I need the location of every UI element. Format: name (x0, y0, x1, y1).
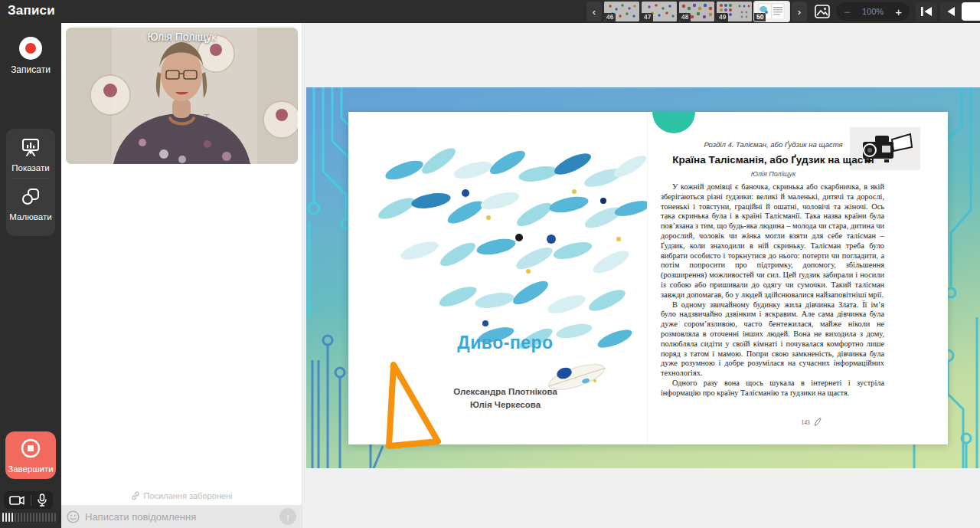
thumbnail-number: 47 (642, 13, 653, 21)
story-author: Юлія Поліщук (651, 170, 896, 178)
tools-panel: Показати Малювати (6, 129, 55, 236)
book-gutter (647, 112, 648, 444)
link-icon (131, 491, 140, 500)
presentation-slide: Диво-перо Олександра Плотнікова Юлія Чер… (306, 87, 980, 468)
links-forbidden-notice: Посилання заборонені (61, 491, 302, 500)
thumbnails-prev-button[interactable]: ‹ (586, 2, 602, 21)
story-title: Країна Талісманія, або Ґудзик на щастя (651, 154, 896, 166)
triangle-left-icon (946, 6, 956, 17)
zoom-in-button[interactable]: + (895, 6, 902, 18)
slide-thumbnail-strip: ‹ 46 47 48 49 (586, 2, 832, 21)
next-slide-button[interactable] (962, 2, 980, 21)
present-button[interactable]: Показати (6, 136, 55, 172)
webcam-video-image: Територія (66, 28, 298, 164)
zoom-level: 100% (862, 7, 884, 16)
slide-thumbnail-48[interactable]: 48 (679, 2, 714, 21)
message-input-bar: ↑ (61, 505, 302, 528)
divider (31, 495, 31, 506)
left-sidebar: Записати Показати Малювати Зав (0, 0, 61, 528)
record-label: Записати (0, 64, 61, 75)
finish-label: Завершити (5, 464, 56, 474)
feather-glyph-icon (813, 418, 822, 427)
slide-thumbnail-49[interactable]: 49 (717, 2, 752, 21)
thumbnail-number: 49 (717, 13, 728, 21)
teal-semicircle-decoration (652, 112, 695, 133)
present-label: Показати (6, 163, 55, 172)
thumbnail-number: 50 (754, 13, 766, 21)
page-number: 143 (801, 419, 809, 426)
story-paragraph: В одному звичайному будинку жила дівчинк… (661, 300, 884, 379)
slide-thumbnail-50-selected[interactable]: 50 (754, 2, 789, 21)
finish-button[interactable]: Завершити (5, 431, 56, 479)
thumbnails-next-button[interactable]: › (792, 2, 807, 21)
book-cover-title: Диво-перо (413, 333, 597, 353)
story-paragraph: У кожній домівці є баночка, скринька або… (661, 182, 884, 300)
orange-triangle-decoration (383, 359, 448, 455)
send-button[interactable]: ↑ (279, 508, 296, 525)
zoom-out-button[interactable]: − (844, 6, 851, 18)
skip-start-icon (920, 6, 933, 17)
webcam-video-tile[interactable]: Територія Юлія Поліщук (66, 28, 298, 164)
presentation-board-icon (20, 136, 41, 158)
feather-collage-image (374, 147, 647, 354)
arrow-up-icon: ↑ (286, 511, 291, 523)
audio-level-meter (2, 513, 56, 522)
shapes-icon (20, 185, 41, 207)
message-input[interactable] (85, 511, 279, 523)
draw-button[interactable]: Малювати (6, 185, 55, 221)
emoji-icon[interactable] (67, 510, 80, 523)
chevron-left-icon: ‹ (593, 6, 596, 18)
stop-icon (20, 438, 41, 459)
page-footer: 143 (766, 418, 858, 427)
previous-slide-button[interactable] (940, 2, 962, 21)
story-text: У кожній домівці є баночка, скринька або… (661, 182, 884, 398)
image-mode-button[interactable] (812, 2, 832, 21)
first-slide-button[interactable] (916, 2, 937, 21)
chat-panel: Територія Юлія Поліщук Посилання заборон… (61, 23, 302, 528)
record-button[interactable]: Записати (0, 37, 61, 75)
divider (13, 179, 48, 179)
thumbnail-number: 48 (679, 13, 691, 21)
story-paragraph: Одного разу вона щось шукала в інтернеті… (661, 379, 884, 398)
record-icon (19, 37, 42, 60)
image-icon (815, 5, 830, 18)
av-controls (4, 491, 53, 509)
slide-thumbnail-46[interactable]: 46 (604, 2, 639, 21)
slide-thumbnail-47[interactable]: 47 (642, 2, 677, 21)
chevron-right-icon: › (798, 6, 801, 18)
camera-toggle-icon[interactable] (9, 494, 24, 507)
thumbnail-number: 46 (604, 13, 616, 21)
book-spread: Диво-перо Олександра Плотнікова Юлія Чер… (348, 112, 948, 444)
speaker-name: Юлія Поліщук (66, 31, 298, 43)
links-forbidden-text: Посилання заборонені (144, 491, 233, 500)
zoom-control: − 100% + (836, 2, 910, 21)
mic-toggle-icon[interactable] (37, 494, 47, 507)
top-bar: Записи ‹ 46 47 48 49 (0, 0, 980, 23)
page-title: Записи (8, 3, 55, 18)
draw-label: Малювати (6, 212, 55, 221)
